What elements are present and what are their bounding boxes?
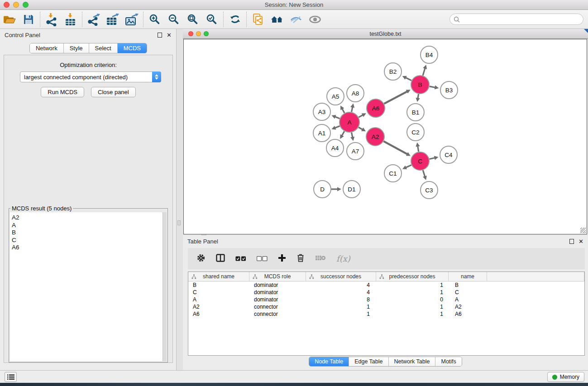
close-window-button[interactable]	[4, 2, 10, 8]
function-builder-button[interactable]: f(x)	[336, 254, 350, 263]
graph-node-label: C1	[389, 170, 397, 177]
network-zoom-button[interactable]	[204, 31, 209, 36]
home-views-button[interactable]	[268, 11, 287, 28]
memory-button[interactable]: Memory	[547, 372, 584, 382]
network-window-title: testGlobe.txt	[369, 31, 401, 37]
network-canvas[interactable]: B4B2BB3B1A5A8A6A3AA1A2C2A4A7C4CC1C3DD1	[183, 39, 587, 234]
mcds-result-list[interactable]: A2ABCA6	[10, 212, 167, 361]
list-icon	[7, 374, 14, 380]
export-network-button[interactable]	[84, 11, 103, 28]
table-row[interactable]: Cdominator41C	[188, 289, 584, 296]
show-all-button[interactable]	[306, 11, 325, 28]
tab-node-table[interactable]: Node Table	[309, 357, 349, 366]
task-history-button[interactable]	[5, 372, 17, 382]
result-item[interactable]: A2	[10, 214, 167, 222]
add-row-button[interactable]	[278, 254, 286, 264]
open-session-button[interactable]	[0, 11, 19, 28]
vertical-splitter-handle[interactable]	[177, 220, 181, 225]
tab-network[interactable]: Network	[30, 43, 64, 53]
search-field[interactable]	[449, 14, 583, 25]
export-network-icon	[87, 13, 100, 26]
close-panel-icon[interactable]: ✕	[167, 33, 172, 38]
delete-rows-icon	[296, 253, 305, 262]
result-item[interactable]: A	[10, 222, 167, 229]
zoom-window-button[interactable]	[23, 2, 29, 8]
network-minimize-button[interactable]	[196, 31, 201, 36]
mcds-result-groupbox: MCDS result (5 nodes) A2ABCA6	[9, 208, 168, 362]
search-input[interactable]	[462, 16, 583, 23]
network-close-button[interactable]	[188, 31, 193, 36]
tab-mcds[interactable]: MCDS	[118, 43, 147, 53]
close-table-panel-icon[interactable]: ✕	[578, 239, 583, 244]
delete-table-button[interactable]	[315, 255, 326, 263]
run-mcds-button[interactable]: Run MCDS	[41, 87, 84, 97]
settings-gear-button[interactable]	[196, 253, 206, 264]
zoom-fit-icon	[187, 14, 199, 25]
select-all-button[interactable]	[235, 255, 246, 263]
result-item[interactable]: A6	[10, 244, 167, 252]
apply-layout-button[interactable]	[225, 11, 244, 28]
node-table-header: shared nameMCDS rolesuccessor nodesprede…	[188, 272, 584, 281]
zoom-out-button[interactable]	[164, 11, 183, 28]
deselect-all-icon	[257, 256, 268, 261]
criterion-dropdown[interactable]: largest connected component (directed)	[20, 71, 161, 82]
table-row[interactable]: A6connector11A6	[188, 310, 584, 318]
hide-selected-icon	[290, 15, 302, 24]
import-network-button[interactable]	[42, 11, 61, 28]
tab-motifs[interactable]: Motifs	[435, 357, 461, 366]
graph-node-label: A8	[352, 90, 359, 97]
export-image-button[interactable]	[122, 11, 141, 28]
graph-node-label: C	[418, 158, 422, 165]
tab-select[interactable]: Select	[89, 43, 118, 53]
dropdown-stepper-icon	[152, 71, 161, 82]
network-window: testGlobe.txt B4B2BB3B1A5A8A6A3AA1A2C2A4…	[183, 29, 588, 235]
result-item[interactable]: B	[10, 229, 167, 237]
float-table-panel-icon[interactable]	[569, 239, 574, 244]
open-session-icon	[3, 14, 16, 25]
column-header[interactable]: predecessor nodes	[376, 272, 449, 281]
show-columns-button[interactable]	[216, 254, 225, 264]
column-header[interactable]: name	[449, 272, 487, 281]
maximized-corner-icon	[584, 29, 588, 33]
import-table-button[interactable]	[61, 11, 80, 28]
graph-node-label: A4	[331, 145, 339, 152]
export-table-icon	[106, 13, 120, 26]
resize-grip-icon[interactable]	[580, 228, 586, 233]
criterion-label: Optimization criterion:	[4, 62, 172, 68]
tab-style[interactable]: Style	[64, 43, 89, 53]
hide-selected-button[interactable]	[287, 11, 306, 28]
table-row[interactable]: A2connector11A2	[188, 303, 584, 310]
graph-node-label: B1	[412, 109, 420, 116]
table-row[interactable]: Bdominator41B	[188, 281, 584, 289]
apply-layout-icon	[229, 14, 241, 24]
column-header[interactable]: MCDS role	[249, 272, 306, 281]
minimize-window-button[interactable]	[13, 2, 19, 8]
tab-network-table[interactable]: Network Table	[389, 357, 436, 366]
graph-node-label: D1	[348, 186, 355, 193]
table-panel-title: Table Panel	[187, 238, 569, 245]
zoom-fit-button[interactable]	[183, 11, 202, 28]
graph-node-label: A7	[352, 148, 359, 155]
window-title: Session: New Session	[265, 1, 323, 8]
status-bar: Memory	[0, 370, 588, 383]
save-session-button[interactable]	[19, 11, 38, 28]
graph-node-label: A1	[318, 130, 326, 137]
result-item[interactable]: C	[10, 237, 167, 244]
graph-node-label: C2	[411, 129, 419, 136]
zoom-selected-button[interactable]	[202, 11, 221, 28]
first-neighbors-button[interactable]	[249, 11, 268, 28]
home-views-icon	[271, 14, 283, 24]
export-table-button[interactable]	[103, 11, 122, 28]
result-list-scrollbar[interactable]	[163, 212, 167, 361]
network-window-titlebar[interactable]: testGlobe.txt	[183, 29, 588, 39]
close-panel-button[interactable]: Close panel	[91, 87, 136, 97]
delete-rows-button[interactable]	[296, 253, 305, 264]
deselect-all-button[interactable]	[257, 255, 268, 263]
column-header[interactable]: shared name	[188, 272, 249, 281]
table-row[interactable]: Adominator80A	[188, 296, 584, 303]
network-graph[interactable]: B4B2BB3B1A5A8A6A3AA1A2C2A4A7C4CC1C3DD1	[184, 39, 587, 234]
zoom-in-button[interactable]	[145, 11, 164, 28]
float-panel-icon[interactable]	[158, 33, 162, 38]
tab-edge-table[interactable]: Edge Table	[349, 357, 388, 366]
column-header[interactable]: successor nodes	[306, 272, 376, 281]
